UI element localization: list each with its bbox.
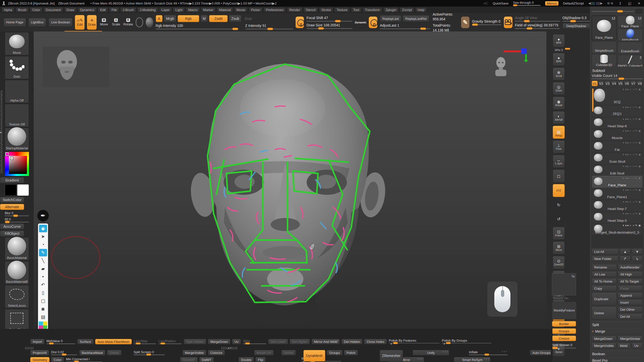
lightbox-button[interactable]: LightBox: [28, 18, 46, 27]
palette-button[interactable]: DynaMesh x y z: [303, 350, 325, 361]
merge-visible-button[interactable]: MergeVisible: [592, 343, 616, 349]
quicksave-button[interactable]: QuickSave: [493, 2, 508, 5]
palette-button[interactable]: Groups x y z: [327, 350, 343, 355]
fold-down-button[interactable]: ↳: [632, 256, 643, 262]
fold-up-button[interactable]: ↱: [620, 256, 631, 262]
subtool-item[interactable]: ▾ ●● ◐ ◑ ✎ ◉ Merged_Skull-decimation2_5: [592, 223, 642, 235]
palette-button[interactable]: Import x y z: [30, 339, 45, 344]
subtool-visibility-icons[interactable]: ▾ ●● ◐ ◑ ✎ ◉: [623, 118, 641, 120]
zoom3d-button[interactable]: ⊙ Zoom3D: [553, 256, 565, 269]
paste-button[interactable]: Paste: [618, 285, 643, 291]
move-up-button[interactable]: ▲: [620, 249, 631, 255]
lsym-button[interactable]: ↔ L.Sym: [553, 155, 565, 168]
palette-button[interactable]: Close Holes x y z: [364, 339, 387, 344]
weld-button[interactable]: Weld: [617, 343, 631, 349]
switch-color-button[interactable]: SwitchColor: [0, 197, 24, 203]
menu-item[interactable]: Edit: [98, 7, 108, 13]
annotation-overlay-toolbar[interactable]: ✒ ◉➤◔✎╲▰•↶▯▢◙▤: [37, 210, 49, 329]
channel-rgb-button[interactable]: Rgb: [178, 15, 199, 22]
all-low-button[interactable]: All Low: [592, 271, 617, 277]
subtool-visibility-icons[interactable]: ▾ ●● ◐ ◑ ✎ ◉: [623, 165, 641, 168]
menu-item[interactable]: Movie: [234, 7, 248, 13]
menu-item[interactable]: Brush: [16, 7, 29, 13]
home-page-button[interactable]: Home Page: [4, 18, 26, 27]
tool-panel-slider[interactable]: [592, 9, 643, 14]
texture-thumb[interactable]: Texture Off: [5, 104, 29, 127]
replay-last-button[interactable]: ReplayLast: [380, 15, 401, 22]
palette-button[interactable]: Del Hidden x y z: [341, 339, 363, 344]
default-zscript-button[interactable]: DefaultZScript: [563, 2, 584, 5]
secondary-color-swatch[interactable]: [17, 184, 29, 196]
obj-shadow-slider[interactable]: ObjShadow 0.3: [562, 16, 590, 22]
palette-button[interactable]: Flip x y z: [255, 357, 266, 362]
duplicate-button[interactable]: Duplicate: [592, 292, 617, 305]
tool-pm3d-cylinder3[interactable]: 2 PM3D_Cylinder3: [618, 55, 643, 67]
tool-eraserbrush[interactable]: EraserBrush: [618, 42, 643, 54]
menu-item[interactable]: Color: [30, 7, 42, 13]
subtool-tab[interactable]: V4: [611, 81, 617, 86]
split-section[interactable]: Split: [592, 322, 643, 328]
gradient-button[interactable]: Gradient: [0, 177, 24, 183]
dynamic-label[interactable]: Dynamic: [355, 21, 367, 24]
subtool-item[interactable]: ▾ ●● ◐ ◑ ✎ ◉ Face_Plane: [592, 176, 642, 188]
axis-gizmo[interactable]: [504, 44, 531, 62]
menu-item[interactable]: Alpha: [2, 7, 14, 13]
rotate-z-icon[interactable]: ↺: [553, 213, 565, 225]
xyz-button[interactable]: XYZ: [553, 184, 565, 197]
subtool-tab[interactable]: V7: [630, 81, 636, 86]
menu-item[interactable]: Stroke: [319, 7, 333, 13]
subtool-visibility-icons[interactable]: ▾ ●● ◐ ◑ ✎ ◉: [623, 177, 641, 179]
main-color-swatch[interactable]: [5, 184, 17, 196]
document-icons[interactable]: ⧉ ⧉: [607, 2, 613, 5]
menu-item[interactable]: Texture: [334, 7, 350, 13]
adjust-last-slider[interactable]: AdjustLast 1: [380, 23, 430, 29]
gravity-pencil-icon[interactable]: ✎: [461, 17, 470, 28]
palette-button[interactable]: Polish By Features x y z: [388, 339, 440, 344]
live-boolean-button[interactable]: Live Boolean: [49, 18, 72, 27]
rename-button[interactable]: Rename: [592, 264, 617, 270]
palette-button[interactable]: Polish By Groups x y z: [441, 339, 492, 344]
menu-item[interactable]: Render: [287, 7, 302, 13]
focal-shift-slider[interactable]: Focal Shift 47: [306, 16, 352, 22]
draw-size-slider[interactable]: Draw Size 108.20541: [306, 23, 352, 29]
palette-button[interactable]: Del Lower x y z: [268, 339, 288, 344]
material-basic[interactable]: BasicMaterial: [5, 237, 29, 260]
document-canvas[interactable]: ✐ ✒ ◉➤◔✎╲▰•↶▯▢◙▤: [34, 31, 546, 329]
subtool-scrollbar[interactable]: [592, 88, 593, 112]
eraser-icon[interactable]: ▰: [39, 265, 47, 273]
menu-item[interactable]: Picker: [249, 7, 262, 13]
z-intensity-slider[interactable]: Z Intensity 51: [245, 24, 293, 29]
tool-face-plane-active[interactable]: 12 Face_Plane: [592, 16, 617, 40]
material-basicb[interactable]: BasicMaterialB: [5, 261, 29, 284]
palette-button[interactable]: ZRemesher x y z: [380, 350, 403, 361]
palette-button[interactable]: Unify x y z: [413, 350, 449, 355]
auto-reorder-button[interactable]: AutoReorder: [618, 264, 643, 270]
palette-button[interactable]: Color x y z: [51, 357, 64, 362]
subtool-visibility-icons[interactable]: ▾ ●● ◐ ◑ ✎ ◉: [623, 129, 641, 132]
tool-face-plane[interactable]: 12 Face_Plane: [618, 16, 643, 28]
channel-m-button[interactable]: M: [200, 15, 208, 22]
palette-button[interactable]: Double x y z: [238, 357, 254, 362]
channel-a-button[interactable]: A: [156, 15, 163, 22]
subtool-item[interactable]: ▾ ●● ◐ ◑ ✎ ◉ Scan Skull: [592, 153, 642, 164]
palette-button[interactable]: Min Connected l x y z: [65, 357, 103, 362]
palette-button[interactable]: Uv x y z: [232, 339, 241, 344]
menu-item[interactable]: Draw: [64, 7, 76, 13]
menu-item[interactable]: Help: [415, 7, 427, 13]
menu-item[interactable]: Layer: [159, 7, 172, 13]
undo-icon[interactable]: ↶: [39, 281, 47, 289]
new-folder-button[interactable]: New Folder: [592, 256, 619, 262]
subtool-item[interactable]: ▾ ●● ◐ ◑ ✎ ◉ Head Step-5: [592, 212, 642, 223]
menus-button[interactable]: Menus: [545, 1, 558, 6]
subtool-item[interactable]: ▾ ●● ◐ ◑ ✎ ◉ Head Step-6: [592, 117, 642, 129]
palette-button[interactable]: ProjectAll x y z: [30, 350, 49, 355]
menu-item[interactable]: J-Modeling: [137, 7, 158, 13]
brush-selectlasso[interactable]: SelectLasso: [5, 285, 29, 308]
replay-last-rel-button[interactable]: ReplayLastRel: [403, 15, 429, 22]
palette-button[interactable]: BackfaceMask x y z: [79, 350, 106, 355]
subtool-item[interactable]: ▾ ●● ◐ ◑ ✎ ◉ 30강: [592, 87, 642, 105]
rotate-button[interactable]: R Rotate: [123, 15, 133, 30]
tool-alphabrush[interactable]: AlphaBrush: [618, 29, 643, 41]
split-screen-slider[interactable]: Split Screen 0: [552, 343, 577, 348]
uv-button[interactable]: Uv: [632, 343, 643, 349]
